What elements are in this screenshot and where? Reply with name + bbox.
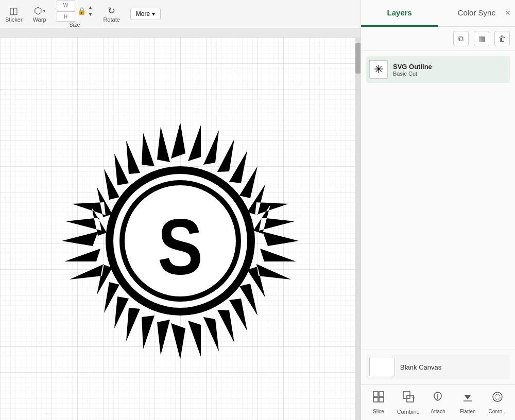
combine-icon: ▾ [402,390,415,407]
slice-label: Slice [373,409,384,414]
slice-icon [372,390,385,407]
contour-action[interactable]: Conto... [485,390,510,415]
tab-color-sync[interactable]: Color Sync [438,0,516,26]
up-arrow-icon[interactable]: ▲ [88,5,93,10]
svg-text:▾: ▾ [413,396,415,400]
attach-action[interactable]: Attach [425,390,451,415]
right-panel: Layers Color Sync ✕ ⧉ ▦ 🗑 ✳ SVG Outline … [360,0,515,420]
svg-rect-23 [373,397,378,402]
canvas-area: 8 9 10 11 12 13 14 15 [0,28,360,420]
layers-list: ✳ SVG Outline Basic Cut [361,51,515,349]
warp-icon: ⬡▾ [34,5,45,16]
toolbar: ◫ Sticker ⬡▾ Warp 🔒 ▲ ▼ Size ↻ Rotate [0,0,360,28]
layer-name: SVG Outline [393,63,507,71]
layer-type: Basic Cut [393,71,507,77]
scrollbar-thumb[interactable] [355,43,360,74]
svg-text:S: S [158,202,203,291]
blank-canvas-label: Blank Canvas [400,363,441,371]
bottom-actions-bar: Slice ▾ Combine Attach [361,384,515,420]
duplicate-icon: ⧉ [458,34,464,43]
combine-action[interactable]: ▾ Combine [396,390,421,415]
svg-rect-21 [373,392,378,396]
layer-actions-bar: ⧉ ▦ 🗑 [361,27,515,51]
design-canvas[interactable]: S [0,38,360,420]
blank-canvas-item[interactable]: Blank Canvas [366,355,510,379]
delete-icon: 🗑 [499,34,506,43]
size-label: Size [69,22,80,28]
warp-label: Warp [33,16,46,23]
sticker-label: Sticker [5,16,23,23]
flatten-icon [461,390,474,407]
attach-icon [431,390,444,407]
warp-tool[interactable]: ⬡▾ Warp [33,5,46,23]
delete-layer-button[interactable]: 🗑 [494,31,510,46]
rotate-icon: ↻ [108,5,115,16]
combine-label: Combine [397,409,420,415]
flatten-action[interactable]: Flatten [455,390,480,415]
flatten-label: Flatten [460,409,476,414]
sticker-tool[interactable]: ◫ Sticker [5,5,23,23]
svg-rect-24 [379,397,384,402]
width-input[interactable] [57,0,75,10]
blank-canvas-thumbnail [369,358,395,376]
duplicate-layer-button[interactable]: ⧉ [453,31,469,46]
more-button[interactable]: More ▾ [130,8,161,20]
contour-label: Conto... [489,409,507,414]
layer-info: SVG Outline Basic Cut [393,63,507,77]
rotate-label: Rotate [103,16,119,23]
more-label: More [136,10,150,18]
group-icon: ▦ [478,34,485,43]
lock-icon[interactable]: 🔒 [77,7,86,15]
layer-item[interactable]: ✳ SVG Outline Basic Cut [366,56,510,83]
vertical-scrollbar[interactable] [355,38,360,420]
slice-action[interactable]: Slice [366,390,391,415]
svg-rect-22 [379,392,384,396]
close-icon[interactable]: ✕ [505,9,511,17]
layer-thumbnail: ✳ [369,60,388,79]
sticker-icon: ◫ [9,5,18,16]
size-tool: 🔒 ▲ ▼ Size [57,0,93,28]
tabs-bar: Layers Color Sync ✕ [361,0,515,27]
rotate-tool[interactable]: ↻ Rotate [103,5,119,23]
height-input[interactable] [57,11,75,22]
attach-label: Attach [431,409,445,414]
group-layer-button[interactable]: ▦ [474,31,489,46]
down-arrow-icon[interactable]: ▼ [88,11,93,17]
more-arrow-icon: ▾ [152,10,155,18]
blank-canvas-section: Blank Canvas [361,349,515,384]
tab-layers[interactable]: Layers [361,0,438,27]
contour-icon [491,390,504,407]
